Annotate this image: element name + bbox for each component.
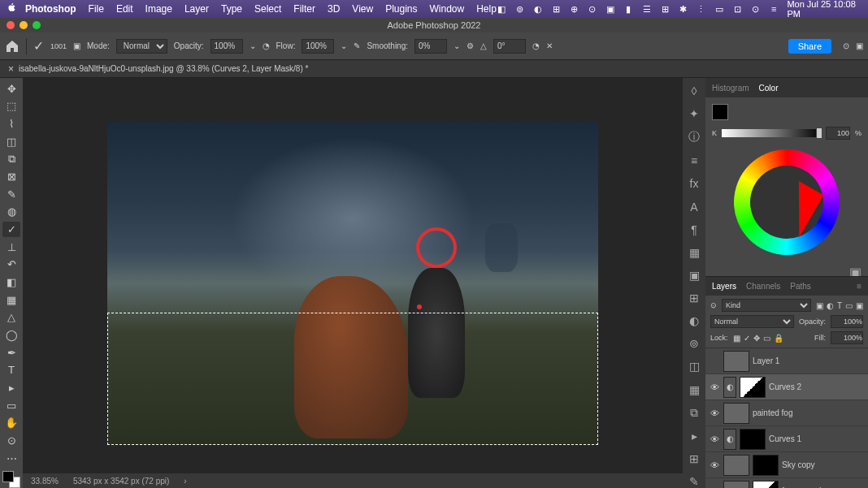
eyedropper-tool[interactable]: ✎ xyxy=(2,187,20,202)
menu-view[interactable]: View xyxy=(352,3,373,15)
layer-mask-thumbnail[interactable] xyxy=(740,429,766,450)
layer-name[interactable]: painted fog xyxy=(753,408,793,417)
status-icon[interactable]: ⊚ xyxy=(514,3,524,15)
pressure-size-icon[interactable]: ◔ xyxy=(532,41,540,50)
panel-icon[interactable]: ▸ xyxy=(687,430,701,443)
maximize-window-button[interactable] xyxy=(33,21,41,29)
crop-tool[interactable]: ⧉ xyxy=(2,152,20,167)
healing-brush-tool[interactable]: ◍ xyxy=(2,205,20,220)
menu-window[interactable]: Window xyxy=(430,3,465,15)
layer-name[interactable]: Curves 2 xyxy=(769,382,801,391)
tab-paths[interactable]: Paths xyxy=(790,282,811,291)
tab-close-icon[interactable]: × xyxy=(8,63,14,75)
menu-plugins[interactable]: Plugins xyxy=(385,3,417,15)
path-selection-tool[interactable]: ▸ xyxy=(2,380,20,395)
tab-color[interactable]: Color xyxy=(759,84,779,93)
edit-toolbar[interactable]: ⋯ xyxy=(2,451,20,466)
mode-select[interactable]: Normal xyxy=(116,39,167,54)
opacity-input[interactable] xyxy=(210,39,243,54)
datetime[interactable]: Mon Jul 25 10:08 PM xyxy=(787,0,861,19)
panel-icon[interactable]: ▦ xyxy=(687,383,701,396)
marquee-tool[interactable]: ⬚ xyxy=(2,99,20,114)
panel-icon[interactable]: ¶ xyxy=(687,223,701,236)
layer-thumbnail[interactable] xyxy=(723,351,749,372)
panel-icon[interactable]: ◐ xyxy=(687,314,701,327)
smoothing-settings-icon[interactable]: ⚙ xyxy=(467,41,474,50)
status-icon[interactable]: ⊙ xyxy=(588,3,597,15)
menu-type[interactable]: Type xyxy=(221,3,242,15)
visibility-toggle[interactable]: 👁 xyxy=(709,434,720,444)
adjustment-icon[interactable]: ◐ xyxy=(723,429,736,450)
layer-row[interactable]: 👁 ◐ Curves 2 xyxy=(705,374,868,400)
filter-adjustment-icon[interactable]: ◐ xyxy=(827,301,834,310)
control-center-icon[interactable]: ≡ xyxy=(769,3,779,15)
search-icon[interactable]: ⊙ xyxy=(843,41,849,50)
share-button[interactable]: Share xyxy=(788,39,831,54)
flow-input[interactable] xyxy=(302,39,334,54)
app-name[interactable]: Photoshop xyxy=(25,3,76,15)
brush-tool[interactable]: ✓ xyxy=(2,222,20,237)
menu-3d[interactable]: 3D xyxy=(328,3,340,15)
tab-channels[interactable]: Channels xyxy=(746,282,780,291)
type-tool[interactable]: T xyxy=(2,363,20,378)
layer-name[interactable]: Layer 1 xyxy=(753,356,779,365)
wifi-icon[interactable]: ⋮ xyxy=(697,3,706,15)
angle-input[interactable] xyxy=(493,39,526,54)
workspace-icon[interactable]: ▣ xyxy=(856,41,863,50)
status-icon[interactable]: ▣ xyxy=(605,3,615,15)
current-color-swatch[interactable] xyxy=(712,104,728,120)
layer-thumbnail[interactable] xyxy=(723,455,749,476)
brush-settings-icon[interactable]: ▣ xyxy=(73,41,80,50)
home-icon[interactable] xyxy=(5,39,20,54)
panel-icon[interactable]: ▣ xyxy=(687,269,701,282)
panel-icon[interactable]: ✦ xyxy=(687,107,701,120)
layer-row[interactable]: 👁 ◐ Curves 1 xyxy=(705,426,868,452)
status-icon[interactable]: ⊕ xyxy=(569,3,579,15)
layer-row[interactable]: 👁 Sky copy xyxy=(705,452,868,478)
layer-thumbnail[interactable] xyxy=(723,481,749,489)
document-info[interactable]: 5343 px x 3542 px (72 ppi) xyxy=(73,477,169,486)
lock-transparency-icon[interactable]: ▦ xyxy=(733,334,740,343)
dropdown-icon[interactable]: ⌄ xyxy=(250,41,256,50)
symmetry-icon[interactable]: ✕ xyxy=(546,41,553,50)
status-icon[interactable]: ◐ xyxy=(533,3,543,15)
move-tool[interactable]: ✥ xyxy=(2,81,20,97)
k-value-input[interactable] xyxy=(826,127,850,140)
hand-tool[interactable]: ✋ xyxy=(2,415,20,430)
panel-icon[interactable]: fx xyxy=(687,177,701,190)
layer-opacity-input[interactable] xyxy=(831,315,863,328)
layer-mask-thumbnail[interactable] xyxy=(740,377,766,398)
panel-icon[interactable]: ⧉ xyxy=(687,406,701,420)
layer-row[interactable]: 👁 painted fog xyxy=(705,400,868,426)
panel-icon[interactable]: ≡ xyxy=(687,154,701,167)
dropdown-icon[interactable]: ⌄ xyxy=(454,41,460,50)
status-icon[interactable]: ☰ xyxy=(642,3,652,15)
panel-icon[interactable]: ⓘ xyxy=(687,130,701,145)
canvas-area[interactable]: 33.85% 5343 px x 3542 px (72 ppi) › xyxy=(23,78,683,488)
panel-icon[interactable]: ⊞ xyxy=(687,452,701,465)
visibility-toggle[interactable]: 👁 xyxy=(709,408,720,418)
panel-icon[interactable]: ◫ xyxy=(687,360,701,373)
k-slider-track[interactable] xyxy=(722,129,821,137)
menu-image[interactable]: Image xyxy=(145,3,172,15)
menu-select[interactable]: Select xyxy=(254,3,281,15)
visibility-toggle[interactable]: 👁 xyxy=(709,460,720,470)
minimize-window-button[interactable] xyxy=(20,21,28,29)
layer-mask-thumbnail[interactable] xyxy=(753,455,779,476)
color-swatches[interactable] xyxy=(2,471,20,488)
layer-name[interactable]: Sky copy xyxy=(782,460,815,469)
filter-shape-icon[interactable]: ▭ xyxy=(845,301,853,310)
filter-smart-icon[interactable]: ▣ xyxy=(856,301,863,310)
menu-help[interactable]: Help xyxy=(476,3,497,15)
layer-mask-thumbnail[interactable] xyxy=(753,481,779,489)
panel-icon[interactable]: ⊚ xyxy=(687,337,701,350)
gradient-tool[interactable]: ▦ xyxy=(2,292,20,308)
zoom-tool[interactable]: ⊙ xyxy=(2,433,20,448)
rectangle-tool[interactable]: ▭ xyxy=(2,398,20,413)
panel-icon[interactable]: ✎ xyxy=(687,475,701,488)
frame-tool[interactable]: ⊠ xyxy=(2,169,20,184)
panel-menu-icon[interactable]: ≡ xyxy=(857,282,861,291)
lock-image-icon[interactable]: ✓ xyxy=(744,334,750,343)
zoom-level[interactable]: 33.85% xyxy=(31,477,59,486)
chevron-right-icon[interactable]: › xyxy=(184,477,186,486)
